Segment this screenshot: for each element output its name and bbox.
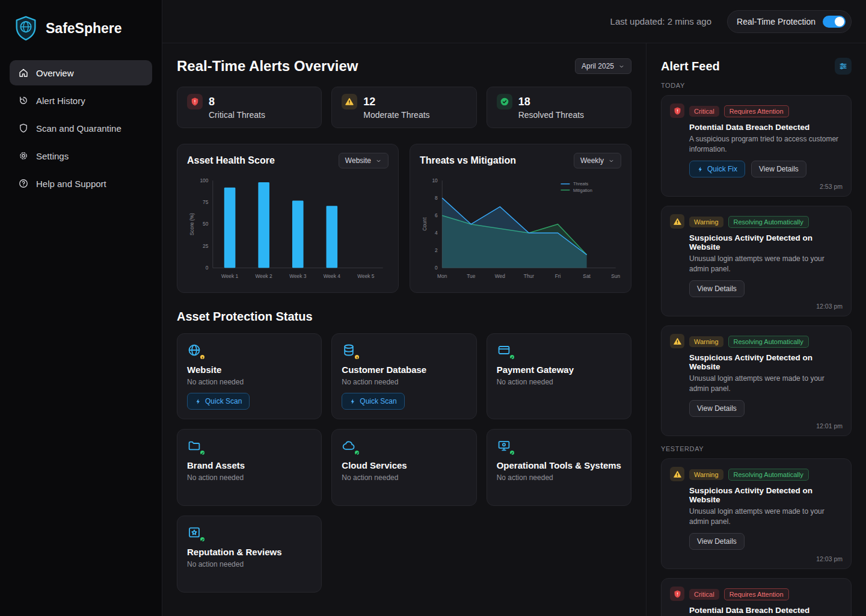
sidebar-item-alert-history[interactable]: Alert History: [10, 88, 152, 113]
status-badge: Requires Attention: [724, 105, 789, 117]
protection-label: Real-Time Protection: [737, 17, 815, 26]
stat-label: Resolved Threats: [518, 110, 621, 120]
asset-card: ✓Payment GatewayNo action needed: [487, 333, 631, 419]
gear-icon: [18, 150, 29, 161]
svg-text:Tue: Tue: [467, 273, 475, 279]
main-header: Real-Time Alerts Overview April 2025: [177, 58, 631, 75]
check-dot-icon: ✓: [199, 536, 206, 543]
filter-sliders-icon[interactable]: [835, 58, 852, 75]
alert-description: Unusual login attempts were made to your…: [689, 507, 843, 526]
asset-health-card: Asset Health Score Website 0255075100Sco…: [177, 144, 399, 293]
safesphere-logo-icon: [12, 14, 40, 42]
sidebar-item-label: Alert History: [36, 96, 85, 106]
folder-icon: ✓: [187, 439, 203, 454]
svg-text:Week 2: Week 2: [256, 273, 273, 279]
status-badge: Critical: [689, 589, 719, 600]
card-icon: ✓: [497, 343, 512, 359]
button-label: View Details: [759, 165, 799, 173]
svg-text:Week 1: Week 1: [221, 273, 239, 279]
alert-description: Unusual login attempts were made to your…: [689, 374, 843, 393]
warning-icon: [670, 214, 684, 229]
alert-time: 2:53 pm: [670, 183, 843, 190]
quick-scan-button[interactable]: Quick Scan: [187, 393, 250, 410]
svg-text:75: 75: [203, 199, 209, 205]
last-updated-text: Last updated: 2 mins ago: [610, 16, 711, 26]
stat-label: Critical Threats: [209, 110, 312, 120]
asset-status: No action needed: [187, 378, 312, 386]
view-details-button[interactable]: View Details: [689, 533, 745, 550]
main-panel: Real-Time Alerts Overview April 2025 8Cr…: [162, 43, 646, 616]
asset-name: Operational Tools & Systems: [497, 460, 621, 470]
sidebar-item-settings[interactable]: Settings: [10, 143, 152, 168]
feed-group-label: TODAY: [661, 82, 852, 89]
bolt-icon: [697, 166, 704, 173]
alert-card: CriticalRequires AttentionPotential Data…: [661, 95, 852, 197]
app: SafeSphere OverviewAlert HistoryScan and…: [0, 0, 866, 616]
svg-text:Score (%): Score (%): [189, 213, 195, 235]
asset-name: Payment Gateway: [497, 365, 621, 375]
feed-group-label: YESTERDAY: [661, 445, 852, 452]
sidebar-item-help-and-support[interactable]: Help and Support: [10, 171, 152, 196]
asset-status: No action needed: [497, 378, 621, 386]
view-details-button[interactable]: View Details: [689, 400, 745, 417]
sidebar-item-scan-and-quarantine[interactable]: Scan and Quarantine: [10, 116, 152, 141]
threats-mitigation-chart: 0246810CountMonTueWedThurFriSatSunThreat…: [420, 172, 621, 288]
view-details-button[interactable]: View Details: [751, 161, 806, 177]
threats-filter-value: Weekly: [580, 156, 604, 165]
sidebar-item-label: Settings: [36, 151, 69, 161]
chevron-down-icon: [608, 158, 615, 164]
svg-text:Count: Count: [422, 217, 428, 231]
alert-time: 12:03 pm: [670, 303, 843, 310]
cloud-icon: ✓: [342, 439, 357, 454]
stat-card-resolved: 18Resolved Threats: [487, 87, 631, 128]
asset-health-chart: 0255075100Score (%)Week 1Week 2Week 3Wee…: [187, 172, 388, 288]
asset-health-filter-dropdown[interactable]: Website: [339, 153, 388, 168]
button-label: View Details: [697, 537, 737, 546]
asset-health-filter-value: Website: [345, 156, 371, 165]
stat-label: Moderate Threats: [363, 110, 466, 120]
asset-card: ✓Cloud ServicesNo action needed: [331, 429, 476, 506]
alert-time: 12:03 pm: [670, 555, 843, 562]
alert-card: CriticalRequires AttentionPotential Data…: [661, 578, 852, 616]
content: Last updated: 2 mins ago Real-Time Prote…: [162, 0, 866, 616]
view-details-button[interactable]: View Details: [689, 280, 745, 297]
brand-name: SafeSphere: [46, 20, 122, 37]
real-time-protection-toggle[interactable]: [823, 16, 846, 28]
asset-name: Website: [187, 365, 312, 375]
svg-text:50: 50: [203, 221, 209, 227]
quick-scan-button[interactable]: Quick Scan: [342, 393, 404, 410]
button-label: Quick Scan: [205, 397, 242, 405]
threats-filter-dropdown[interactable]: Weekly: [574, 153, 621, 168]
topbar: Last updated: 2 mins ago Real-Time Prote…: [162, 0, 866, 43]
chart-header: Asset Health Score Website: [187, 153, 388, 168]
svg-text:Mon: Mon: [437, 273, 447, 279]
svg-text:2: 2: [435, 247, 438, 253]
alert-title: Potential Data Breach Detected: [689, 606, 843, 615]
stats-row: 8Critical Threats12Moderate Threats18Res…: [177, 87, 631, 128]
month-filter-dropdown[interactable]: April 2025: [575, 58, 631, 74]
check-dot-icon: ✓: [199, 449, 206, 456]
svg-text:100: 100: [200, 177, 208, 183]
status-badge: Resolving Automatically: [728, 216, 809, 228]
check-dot-icon: ✓: [509, 354, 515, 360]
alert-description: Unusual login attempts were made to your…: [689, 254, 843, 274]
page-title: Real-Time Alerts Overview: [177, 58, 358, 75]
asset-card: ✓Reputation & ReviewsNo action needed: [177, 516, 322, 593]
monitor-icon: ✓: [497, 439, 512, 454]
status-badge: Resolving Automatically: [728, 336, 809, 348]
protection-pill: Real-Time Protection: [727, 10, 852, 33]
asset-name: Brand Assets: [187, 460, 312, 470]
asset-card: ✓Operational Tools & SystemsNo action ne…: [487, 429, 631, 506]
alert-card: WarningResolving AutomaticallySuspicious…: [661, 325, 852, 436]
sidebar-item-overview[interactable]: Overview: [10, 60, 152, 85]
home-icon: [18, 67, 29, 78]
status-badge: Critical: [689, 106, 719, 117]
quick-fix-button[interactable]: Quick Fix: [689, 161, 745, 177]
stat-value: 12: [363, 96, 375, 108]
svg-text:10: 10: [432, 177, 438, 183]
asset-status: No action needed: [187, 473, 312, 482]
alert-feed-list: TODAYCriticalRequires AttentionPotential…: [661, 82, 852, 616]
stat-value: 8: [209, 96, 215, 108]
svg-text:Thur: Thur: [524, 273, 534, 279]
warning-dot-icon: !: [354, 354, 360, 360]
